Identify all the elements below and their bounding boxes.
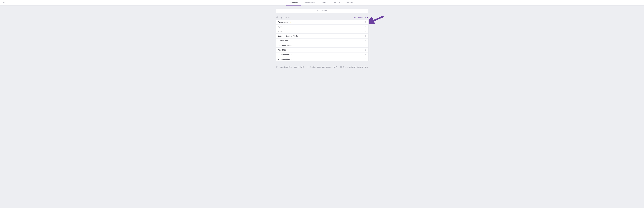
svg-point-14 bbox=[365, 30, 366, 31]
more-vertical-icon bbox=[364, 30, 366, 32]
drive-toggle[interactable]: My Drive bbox=[276, 16, 290, 18]
star-icon[interactable]: ★ bbox=[289, 21, 291, 23]
board-card[interactable]: Business Canvas Model bbox=[276, 34, 368, 38]
tab-bar: All boardsShared drivesStarredArchiveTem… bbox=[286, 0, 358, 5]
board-card[interactable]: Agile bbox=[276, 24, 368, 29]
svg-point-28 bbox=[365, 50, 366, 51]
svg-point-17 bbox=[365, 35, 366, 35]
svg-point-11 bbox=[365, 26, 366, 26]
import-trello-label: Import your Trello board bbox=[280, 66, 298, 68]
board-menu-button[interactable] bbox=[364, 58, 366, 60]
board-menu-button[interactable] bbox=[364, 21, 366, 23]
create-board-label: Create board bbox=[357, 16, 368, 18]
tab-all-boards[interactable]: All boards bbox=[286, 0, 301, 5]
svg-point-30 bbox=[365, 54, 366, 55]
footer-links: Import your Trello board How? Restore bo… bbox=[276, 66, 368, 72]
svg-point-9 bbox=[365, 22, 366, 22]
svg-point-29 bbox=[365, 54, 366, 54]
create-board-button[interactable]: Create board bbox=[354, 16, 368, 18]
svg-point-20 bbox=[365, 40, 366, 40]
board-name: Active sprint bbox=[278, 21, 288, 23]
back-button[interactable] bbox=[2, 1, 6, 4]
tab-label: Templates bbox=[346, 2, 354, 4]
more-vertical-icon bbox=[364, 58, 366, 60]
board-menu-button[interactable] bbox=[364, 30, 366, 32]
more-vertical-icon bbox=[364, 35, 366, 37]
svg-point-15 bbox=[365, 31, 366, 31]
board-name: Kanbanchi board bbox=[278, 53, 292, 56]
svg-point-10 bbox=[365, 22, 366, 23]
plus-icon bbox=[354, 16, 356, 18]
chevron-up-icon bbox=[288, 16, 290, 18]
arrow-left-icon bbox=[3, 1, 5, 4]
more-vertical-icon bbox=[364, 54, 366, 56]
top-bar: All boardsShared drivesStarredArchiveTem… bbox=[0, 0, 644, 5]
board-name: Business Canvas Model bbox=[278, 35, 298, 37]
board-name: Kanbanchi board bbox=[278, 58, 292, 60]
restore-backup-label: Restore board from backup bbox=[310, 66, 332, 68]
board-name: Agile bbox=[278, 30, 282, 32]
svg-line-39 bbox=[371, 17, 383, 22]
board-menu-button[interactable] bbox=[364, 35, 366, 37]
board-name: Demo Board bbox=[278, 39, 288, 42]
svg-point-12 bbox=[365, 26, 366, 27]
svg-point-34 bbox=[365, 60, 366, 60]
board-name: July 2020 bbox=[278, 49, 286, 51]
svg-rect-36 bbox=[277, 66, 277, 67]
tips-label: Open Kanbanchi tips and tricks bbox=[343, 66, 368, 68]
board-menu-button[interactable] bbox=[364, 39, 366, 42]
drive-header: My Drive Create board bbox=[276, 16, 368, 18]
board-card[interactable]: July 2020 bbox=[276, 48, 368, 52]
board-card[interactable]: Active sprint★ bbox=[276, 20, 368, 24]
board-card[interactable]: Kanbanchi board bbox=[276, 57, 368, 61]
search-input[interactable]: Search bbox=[276, 9, 368, 13]
more-vertical-icon bbox=[364, 21, 366, 23]
tab-templates[interactable]: Templates bbox=[343, 0, 358, 5]
board-menu-button[interactable] bbox=[364, 25, 366, 28]
board-menu-button[interactable] bbox=[364, 53, 366, 56]
tab-label: All boards bbox=[290, 2, 298, 4]
svg-rect-37 bbox=[278, 66, 278, 67]
board-name: Agile bbox=[278, 25, 282, 28]
svg-point-16 bbox=[365, 32, 366, 32]
board-menu-button[interactable] bbox=[364, 49, 366, 51]
svg-point-32 bbox=[365, 58, 366, 59]
svg-point-26 bbox=[365, 49, 366, 49]
tab-archive[interactable]: Archive bbox=[331, 0, 343, 5]
board-menu-button[interactable] bbox=[364, 44, 366, 46]
board-card[interactable]: Kanbanchi board bbox=[276, 52, 368, 57]
svg-point-21 bbox=[365, 40, 366, 41]
board-card[interactable]: Demo Board bbox=[276, 38, 368, 43]
annotation-arrow-icon bbox=[369, 16, 384, 24]
cloud-icon bbox=[306, 66, 309, 68]
tips-link[interactable]: Open Kanbanchi tips and tricks bbox=[340, 66, 368, 68]
tab-label: Shared drives bbox=[304, 2, 315, 4]
board-card[interactable]: Agile bbox=[276, 29, 368, 33]
search-placeholder: Search bbox=[320, 9, 327, 12]
tab-shared-drives[interactable]: Shared drives bbox=[301, 0, 318, 5]
restore-backup-how[interactable]: How? bbox=[333, 66, 337, 68]
scrollbar[interactable] bbox=[368, 20, 370, 61]
board-name: Freemium model bbox=[278, 44, 292, 46]
svg-line-2 bbox=[319, 11, 319, 11]
svg-point-18 bbox=[365, 36, 366, 36]
svg-point-25 bbox=[365, 46, 366, 46]
svg-point-31 bbox=[365, 55, 366, 55]
tab-label: Archive bbox=[334, 2, 340, 4]
svg-rect-35 bbox=[276, 66, 278, 68]
graduation-cap-icon bbox=[340, 66, 342, 68]
tab-starred[interactable]: Starred bbox=[318, 0, 331, 5]
more-vertical-icon bbox=[364, 49, 366, 51]
import-trello-how[interactable]: How? bbox=[300, 66, 304, 68]
restore-backup-link[interactable]: Restore board from backup How? bbox=[306, 66, 337, 68]
board-icon bbox=[276, 16, 278, 18]
svg-point-24 bbox=[365, 45, 366, 45]
tab-label: Starred bbox=[322, 2, 328, 4]
board-list: Active sprint★AgileAgileBusiness Canvas … bbox=[276, 20, 368, 61]
import-trello-link[interactable]: Import your Trello board How? bbox=[276, 66, 304, 68]
more-vertical-icon bbox=[364, 44, 366, 46]
trello-icon bbox=[276, 66, 278, 68]
board-card[interactable]: Freemium model bbox=[276, 43, 368, 47]
more-vertical-icon bbox=[364, 40, 366, 42]
search-icon bbox=[317, 10, 319, 12]
